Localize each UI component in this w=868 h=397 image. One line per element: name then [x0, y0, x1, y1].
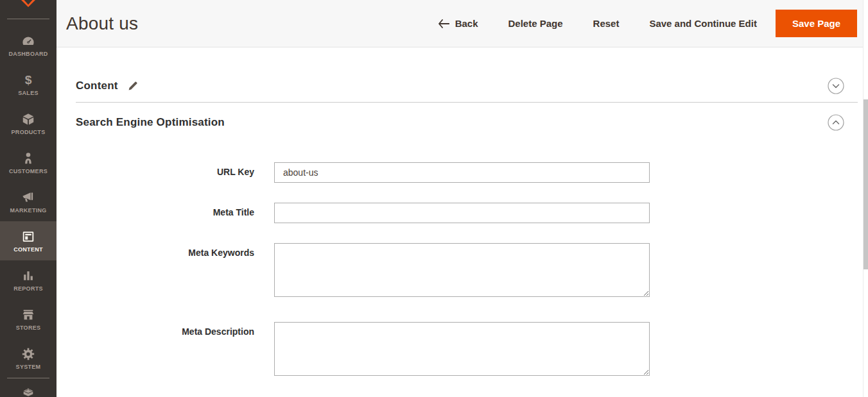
main-area: About us Back Delete Page Reset Save and…	[56, 0, 868, 397]
magento-logo[interactable]	[0, 0, 56, 19]
sidebar-item-marketing[interactable]: MARKETING	[0, 182, 56, 221]
meta-keywords-textarea[interactable]	[274, 243, 650, 297]
seo-section: Search Engine Optimisation URL Key	[76, 103, 858, 397]
sidebar-item-label: SALES	[18, 90, 39, 96]
stores-icon	[21, 308, 35, 322]
content-section-title[interactable]: Content	[76, 80, 118, 92]
save-and-continue-button[interactable]: Save and Continue Edit	[649, 18, 757, 29]
meta-keywords-label: Meta Keywords	[76, 243, 254, 258]
page-actions: Back Delete Page Reset Save and Continue…	[438, 10, 857, 37]
sidebar-item-stores[interactable]: STORES	[0, 300, 56, 339]
sidebar-item-content[interactable]: CONTENT	[0, 221, 56, 260]
sidebar-item-label: DASHBOARD	[8, 51, 48, 57]
sidebar-item-label: MARKETING	[10, 207, 46, 214]
system-icon	[21, 347, 35, 361]
edit-pencil-icon[interactable]	[128, 81, 138, 91]
back-button-label: Back	[455, 18, 478, 29]
url-key-row: URL Key	[76, 162, 858, 183]
sidebar-item-products[interactable]: PRODUCTS	[0, 104, 56, 143]
sidebar-item-extensions[interactable]	[0, 378, 56, 397]
marketing-icon	[21, 190, 35, 205]
dashboard-icon	[21, 34, 35, 48]
magento-admin-page: DASHBOARD $ SALES PRODUCTS	[0, 0, 868, 397]
url-key-label: URL Key	[76, 162, 254, 177]
meta-description-textarea[interactable]	[274, 322, 650, 376]
sidebar-item-sales[interactable]: $ SALES	[0, 65, 56, 104]
content-section: Content	[76, 69, 858, 103]
meta-keywords-row: Meta Keywords	[76, 243, 858, 300]
sidebar-item-reports[interactable]: REPORTS	[0, 260, 56, 300]
back-arrow-icon	[438, 19, 449, 28]
meta-title-row: Meta Title	[76, 203, 858, 223]
sidebar-item-system[interactable]: SYSTEM	[0, 339, 56, 378]
sidebar-item-label: STORES	[16, 325, 41, 331]
sidebar-item-label: PRODUCTS	[12, 129, 46, 135]
meta-title-input[interactable]	[274, 203, 650, 223]
sidebar-item-label: CONTENT	[13, 246, 43, 253]
content-section-header[interactable]: Content	[76, 69, 858, 103]
page-header: About us Back Delete Page Reset Save and…	[56, 0, 868, 47]
svg-text:$: $	[25, 73, 32, 87]
sidebar-menu: DASHBOARD $ SALES PRODUCTS	[0, 19, 56, 378]
page-content: Content	[56, 69, 868, 397]
seo-section-header[interactable]: Search Engine Optimisation	[76, 103, 858, 142]
reports-icon	[21, 269, 35, 283]
products-icon	[21, 112, 35, 126]
sidebar-item-label: CUSTOMERS	[9, 168, 48, 174]
admin-sidebar: DASHBOARD $ SALES PRODUCTS	[0, 0, 56, 397]
customers-icon	[21, 151, 35, 165]
magento-logo-icon	[21, 0, 36, 7]
chevron-down-icon[interactable]	[828, 78, 844, 94]
sidebar-item-label: REPORTS	[13, 285, 43, 292]
seo-form: URL Key Meta Title Meta	[76, 162, 858, 378]
seo-section-title[interactable]: Search Engine Optimisation	[76, 116, 225, 129]
sidebar-item-dashboard[interactable]: DASHBOARD	[0, 26, 56, 65]
sales-icon: $	[21, 73, 35, 87]
meta-description-row: Meta Description	[76, 322, 858, 378]
save-page-button[interactable]: Save Page	[776, 10, 857, 37]
content-icon	[21, 230, 35, 244]
meta-title-label: Meta Title	[76, 203, 254, 217]
page-title: About us	[66, 13, 138, 34]
meta-description-label: Meta Description	[76, 322, 254, 337]
sidebar-item-customers[interactable]: CUSTOMERS	[0, 143, 56, 182]
delete-page-button[interactable]: Delete Page	[508, 18, 563, 29]
back-button[interactable]: Back	[438, 18, 478, 29]
extensions-lego-icon	[21, 384, 36, 397]
scrollbar-thumb[interactable]	[864, 99, 868, 269]
sidebar-item-label: SYSTEM	[16, 364, 41, 370]
scrollbar[interactable]	[863, 0, 868, 397]
url-key-input[interactable]	[274, 162, 650, 183]
chevron-up-icon[interactable]	[828, 114, 844, 131]
reset-button[interactable]: Reset	[593, 18, 620, 29]
